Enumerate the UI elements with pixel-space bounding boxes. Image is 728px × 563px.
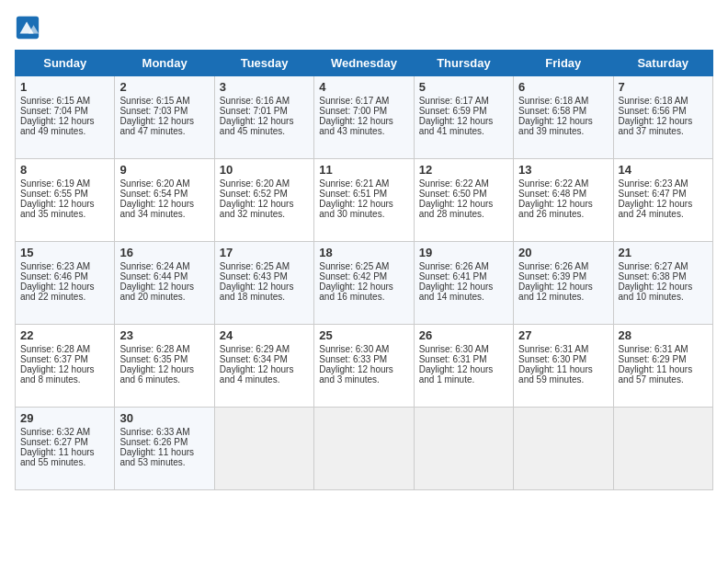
day-info-line: and 6 minutes.: [119, 374, 209, 385]
week-row-3: 15Sunrise: 6:23 AMSunset: 6:46 PMDayligh…: [16, 242, 713, 325]
day-number: 9: [119, 163, 209, 177]
day-info-line: Daylight: 12 hours: [419, 282, 508, 292]
day-info-line: and 16 minutes.: [319, 292, 408, 302]
day-info-line: Daylight: 12 hours: [419, 116, 508, 126]
day-info-line: Sunset: 6:30 PM: [518, 354, 608, 364]
calendar-cell: 28Sunrise: 6:31 AMSunset: 6:29 PMDayligh…: [613, 325, 712, 408]
calendar-cell: 21Sunrise: 6:27 AMSunset: 6:38 PMDayligh…: [613, 242, 712, 325]
day-info-line: Daylight: 12 hours: [220, 282, 309, 292]
calendar-cell: 29Sunrise: 6:32 AMSunset: 6:27 PMDayligh…: [16, 408, 115, 490]
day-info-line: Sunrise: 6:26 AM: [518, 261, 608, 271]
day-number: 25: [319, 328, 408, 342]
calendar-cell: 9Sunrise: 6:20 AMSunset: 6:54 PMDaylight…: [115, 159, 214, 242]
day-number: 24: [220, 328, 309, 342]
calendar-cell: 25Sunrise: 6:30 AMSunset: 6:33 PMDayligh…: [314, 325, 414, 408]
day-info-line: Daylight: 12 hours: [518, 282, 608, 292]
day-info-line: Sunrise: 6:21 AM: [319, 178, 408, 189]
day-info-line: Daylight: 12 hours: [20, 199, 109, 209]
calendar-cell: 19Sunrise: 6:26 AMSunset: 6:41 PMDayligh…: [414, 242, 513, 325]
day-info-line: Sunrise: 6:25 AM: [220, 261, 309, 271]
calendar-cell: [414, 408, 513, 490]
calendar-cell: 1Sunrise: 6:15 AMSunset: 7:04 PMDaylight…: [16, 76, 115, 159]
calendar-body: 1Sunrise: 6:15 AMSunset: 7:04 PMDaylight…: [16, 76, 713, 490]
day-number: 13: [518, 163, 608, 177]
day-number: 1: [20, 80, 109, 94]
week-row-2: 8Sunrise: 6:19 AMSunset: 6:55 PMDaylight…: [16, 159, 713, 242]
day-info-line: Daylight: 12 hours: [119, 116, 209, 126]
day-info-line: Sunset: 6:33 PM: [319, 354, 408, 364]
calendar-cell: 26Sunrise: 6:30 AMSunset: 6:31 PMDayligh…: [414, 325, 513, 408]
day-info-line: Daylight: 12 hours: [319, 116, 408, 126]
day-number: 23: [119, 328, 209, 342]
day-info-line: Sunrise: 6:31 AM: [518, 344, 608, 354]
day-info-line: Daylight: 12 hours: [619, 116, 708, 126]
day-info-line: Sunrise: 6:23 AM: [20, 261, 109, 271]
day-info-line: Sunrise: 6:19 AM: [20, 178, 109, 189]
logo: [15, 15, 44, 40]
day-info-line: Sunrise: 6:22 AM: [518, 178, 608, 189]
day-info-line: and 14 minutes.: [419, 292, 508, 302]
day-info-line: Daylight: 12 hours: [319, 282, 408, 292]
calendar-cell: 7Sunrise: 6:18 AMSunset: 6:56 PMDaylight…: [613, 76, 712, 159]
day-info-line: and 18 minutes.: [220, 292, 309, 302]
calendar-table: SundayMondayTuesdayWednesdayThursdayFrid…: [15, 50, 713, 490]
day-info-line: Sunset: 7:04 PM: [20, 106, 109, 116]
day-info-line: Daylight: 12 hours: [319, 364, 408, 374]
day-info-line: Daylight: 11 hours: [119, 447, 209, 457]
day-number: 16: [119, 246, 209, 259]
day-info-line: and 47 minutes.: [119, 126, 209, 136]
day-info-line: Daylight: 12 hours: [419, 199, 508, 209]
day-info-line: Sunrise: 6:27 AM: [619, 261, 708, 271]
day-info-line: Sunrise: 6:15 AM: [119, 96, 209, 106]
day-info-line: and 43 minutes.: [319, 126, 408, 136]
calendar-cell: 27Sunrise: 6:31 AMSunset: 6:30 PMDayligh…: [514, 325, 613, 408]
day-info-line: and 57 minutes.: [619, 374, 708, 385]
day-info-line: and 35 minutes.: [20, 209, 109, 219]
calendar-cell: 5Sunrise: 6:17 AMSunset: 6:59 PMDaylight…: [414, 76, 513, 159]
day-info-line: and 53 minutes.: [119, 457, 209, 467]
day-info-line: Daylight: 12 hours: [119, 364, 209, 374]
day-info-line: Daylight: 12 hours: [119, 199, 209, 209]
calendar-cell: 2Sunrise: 6:15 AMSunset: 7:03 PMDaylight…: [115, 76, 214, 159]
day-number: 2: [119, 80, 209, 94]
day-info-line: Daylight: 12 hours: [119, 282, 209, 292]
calendar-cell: 13Sunrise: 6:22 AMSunset: 6:48 PMDayligh…: [514, 159, 613, 242]
day-info-line: Sunset: 6:58 PM: [518, 106, 608, 116]
day-info-line: Daylight: 12 hours: [619, 282, 708, 292]
day-number: 30: [119, 411, 209, 425]
day-info-line: Sunrise: 6:20 AM: [220, 178, 309, 189]
day-info-line: Sunset: 7:03 PM: [119, 106, 209, 116]
calendar-cell: 10Sunrise: 6:20 AMSunset: 6:52 PMDayligh…: [214, 159, 313, 242]
day-info-line: Sunrise: 6:20 AM: [119, 178, 209, 189]
day-info-line: and 37 minutes.: [619, 126, 708, 136]
day-info-line: Sunset: 6:38 PM: [619, 271, 708, 282]
day-info-line: Sunset: 6:37 PM: [20, 354, 109, 364]
header-monday: Monday: [115, 51, 214, 76]
day-info-line: Sunrise: 6:25 AM: [319, 261, 408, 271]
day-info-line: and 3 minutes.: [319, 374, 408, 385]
calendar-cell: 4Sunrise: 6:17 AMSunset: 7:00 PMDaylight…: [314, 76, 414, 159]
day-info-line: Sunrise: 6:28 AM: [20, 344, 109, 354]
day-info-line: Sunrise: 6:24 AM: [119, 261, 209, 271]
day-info-line: and 10 minutes.: [619, 292, 708, 302]
day-info-line: Sunset: 6:55 PM: [20, 189, 109, 199]
day-info-line: Sunset: 6:52 PM: [220, 189, 309, 199]
day-info-line: Sunrise: 6:16 AM: [220, 96, 309, 106]
day-info-line: and 22 minutes.: [20, 292, 109, 302]
calendar-cell: 12Sunrise: 6:22 AMSunset: 6:50 PMDayligh…: [414, 159, 513, 242]
calendar-cell: 20Sunrise: 6:26 AMSunset: 6:39 PMDayligh…: [514, 242, 613, 325]
day-info-line: and 49 minutes.: [20, 126, 109, 136]
day-number: 17: [220, 246, 309, 259]
day-info-line: Sunset: 6:35 PM: [119, 354, 209, 364]
day-info-line: Sunset: 6:43 PM: [220, 271, 309, 282]
logo-icon: [15, 15, 40, 40]
header-tuesday: Tuesday: [214, 51, 313, 76]
day-info-line: Sunset: 6:26 PM: [119, 437, 209, 447]
calendar-cell: 3Sunrise: 6:16 AMSunset: 7:01 PMDaylight…: [214, 76, 313, 159]
week-row-5: 29Sunrise: 6:32 AMSunset: 6:27 PMDayligh…: [16, 408, 713, 490]
day-info-line: Daylight: 12 hours: [319, 199, 408, 209]
calendar-cell: 16Sunrise: 6:24 AMSunset: 6:44 PMDayligh…: [115, 242, 214, 325]
day-info-line: Sunset: 6:27 PM: [20, 437, 109, 447]
day-info-line: Daylight: 12 hours: [220, 116, 309, 126]
day-info-line: Daylight: 12 hours: [220, 199, 309, 209]
